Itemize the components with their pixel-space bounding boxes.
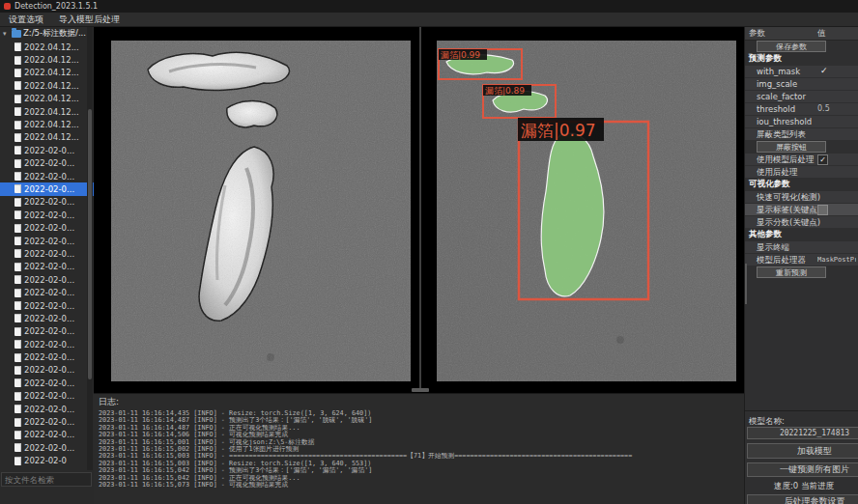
tree-item-label: 2022-02-0... xyxy=(24,249,74,259)
tree-item-label: 2022.04.12... xyxy=(24,81,79,91)
tree-item[interactable]: 2022.04.12... xyxy=(0,67,94,79)
tree-item[interactable]: 2022-02-0... xyxy=(0,196,94,209)
menu-item-settings[interactable]: 设置选项 xyxy=(9,14,43,26)
tree-item[interactable]: 2022-02-0... xyxy=(0,377,94,389)
tree-item-label: 2022.04.12... xyxy=(24,107,79,117)
left-image[interactable] xyxy=(111,41,411,381)
param-row[interactable]: iou_threshold xyxy=(745,116,858,127)
tree-item[interactable]: 2022.04.12... xyxy=(0,105,94,118)
tree-item[interactable]: 2022-02-0... xyxy=(0,350,94,363)
image-divider[interactable] xyxy=(419,27,421,390)
file-icon xyxy=(14,81,21,90)
tree-item[interactable]: 2022.04.12... xyxy=(0,41,94,53)
file-icon xyxy=(14,340,21,349)
tree-item[interactable]: 2022-02-0... xyxy=(0,247,94,260)
param-button[interactable]: 重新预测 xyxy=(757,266,826,278)
image-divider-handle[interactable] xyxy=(412,388,429,392)
tree-scrollbar[interactable] xyxy=(87,27,93,470)
tree-item[interactable]: 2022.04.12... xyxy=(0,131,94,144)
tree-item-label: 2022-02-0... xyxy=(24,197,74,207)
param-row[interactable]: threshold0.5 xyxy=(745,103,858,115)
file-tree-items: 2022.04.12...2022.04.12...2022.04.12...2… xyxy=(0,41,94,467)
checkbox-icon[interactable]: ✓ xyxy=(817,154,828,165)
tree-item-label: 2022-02-0... xyxy=(24,184,74,194)
file-icon xyxy=(14,56,21,65)
param-row[interactable]: scale_factor xyxy=(745,91,858,102)
params-scrollbar-thumb[interactable] xyxy=(745,264,747,304)
params-header: 参数 值 xyxy=(745,27,858,41)
postprocess-settings-button[interactable]: 后处理参数设置 xyxy=(747,494,858,504)
param-row[interactable]: 屏蔽类型列表 xyxy=(745,128,858,140)
param-row[interactable]: img_scale xyxy=(745,78,858,90)
search-input[interactable] xyxy=(1,472,92,487)
tree-item[interactable]: 2022-02-0... xyxy=(0,415,94,428)
folder-icon xyxy=(12,30,21,38)
tree-item-label: 2022-02-0... xyxy=(24,326,74,336)
file-icon xyxy=(14,289,21,297)
tree-scrollbar-thumb[interactable] xyxy=(88,109,92,379)
tree-item[interactable]: 2022-02-0... xyxy=(0,170,94,182)
param-row[interactable]: with_mask✓ xyxy=(745,66,858,77)
tree-item[interactable]: 2022-02-0... xyxy=(0,144,94,156)
param-row[interactable]: 显示分数(关键点) xyxy=(745,216,858,228)
tree-item-label: 2022-02-0... xyxy=(24,352,74,362)
tree-item[interactable]: 2022-02-0... xyxy=(0,299,94,312)
tree-item-label: 2022-02-0... xyxy=(24,237,74,246)
param-button[interactable]: 保存参数 xyxy=(757,41,826,52)
tree-item[interactable]: 2022-02-0... xyxy=(0,157,94,170)
param-label: threshold xyxy=(757,104,795,114)
tree-item[interactable]: 2022.04.12... xyxy=(0,79,94,92)
param-section: 预测参数 xyxy=(745,53,858,65)
tree-item[interactable]: 2022.04.12... xyxy=(0,118,94,130)
tree-item[interactable]: 2022-02-0... xyxy=(0,429,94,441)
file-icon xyxy=(14,366,21,375)
param-row[interactable]: 快速可视化(检测) xyxy=(745,191,858,203)
file-icon xyxy=(14,69,21,77)
file-tree: ▾ Z:/5-标注数据/... 2022.04.12...2022.04.12.… xyxy=(0,27,94,470)
title-bar: Detection_2023.1.5.1 xyxy=(0,0,858,13)
tree-item[interactable]: 2022-02-0... xyxy=(0,338,94,350)
tree-item[interactable]: 2022-02-0 xyxy=(0,455,94,467)
model-name-field[interactable]: 20221225_174813 xyxy=(747,427,858,439)
tree-item[interactable]: 2022-02-0... xyxy=(0,235,94,247)
tree-root[interactable]: ▾ Z:/5-标注数据/... xyxy=(0,27,94,41)
menu-item-import-postprocess[interactable]: 导入模型后处理 xyxy=(59,14,120,26)
param-row[interactable]: 显示终端 xyxy=(745,241,858,253)
file-icon xyxy=(14,107,21,116)
app-logo-icon xyxy=(4,3,11,10)
param-row[interactable]: 显示标签(关键点) xyxy=(745,204,858,215)
param-row[interactable]: 模型后处理器MaskPostPro xyxy=(745,254,858,266)
file-icon xyxy=(14,301,21,310)
params-panel: 参数 值 保存参数预测参数with_mask✓img_scalescale_fa… xyxy=(744,27,858,504)
tree-item[interactable]: 2022-02-0... xyxy=(0,261,94,273)
tree-item[interactable]: 2022.04.12... xyxy=(0,53,94,66)
tree-item[interactable]: 2022-02-0... xyxy=(0,273,94,286)
tree-item[interactable]: 2022-02-0... xyxy=(0,441,94,454)
tree-item[interactable]: 2022-02-0... xyxy=(0,286,94,298)
tree-item[interactable]: 2022-02-0... xyxy=(0,312,94,324)
param-row[interactable]: 使用模型后处理✓ xyxy=(745,154,858,165)
tree-item[interactable]: 2022-02-0... xyxy=(0,221,94,234)
tree-item[interactable]: 2022-02-0... xyxy=(0,325,94,338)
right-image[interactable]: 漏箔|0.99 漏箔|0.89 漏箔|0.97 xyxy=(437,41,736,381)
tree-item[interactable]: 2022-02-0... xyxy=(0,182,94,195)
param-label: 模型后处理器 xyxy=(757,255,806,266)
param-label: 使用模型后处理 xyxy=(757,154,815,166)
checkbox-icon[interactable] xyxy=(817,205,828,215)
predict-all-button[interactable]: 一键预测所有图片 xyxy=(747,462,858,477)
tree-item[interactable]: 2022-02-0... xyxy=(0,364,94,377)
param-button-row: 保存参数 xyxy=(745,41,858,53)
tree-item-label: 2022.04.12... xyxy=(24,94,79,103)
tree-item-label: 2022-02-0... xyxy=(24,262,74,271)
param-row[interactable]: 使用后处理 xyxy=(745,166,858,178)
param-label: 快速可视化(检测) xyxy=(757,192,820,204)
file-icon xyxy=(14,121,21,129)
tree-item[interactable]: 2022.04.12... xyxy=(0,93,94,105)
param-button[interactable]: 屏蔽按钮 xyxy=(757,141,826,153)
tree-item[interactable]: 2022-02-0... xyxy=(0,403,94,415)
file-icon xyxy=(14,249,21,258)
load-model-button[interactable]: 加载模型 xyxy=(747,443,858,459)
log-lines: 2023-01-11 16:16:14,435 [INFO] - Resize:… xyxy=(99,410,744,489)
tree-item[interactable]: 2022-02-0... xyxy=(0,390,94,403)
tree-item[interactable]: 2022-02-0... xyxy=(0,209,94,221)
